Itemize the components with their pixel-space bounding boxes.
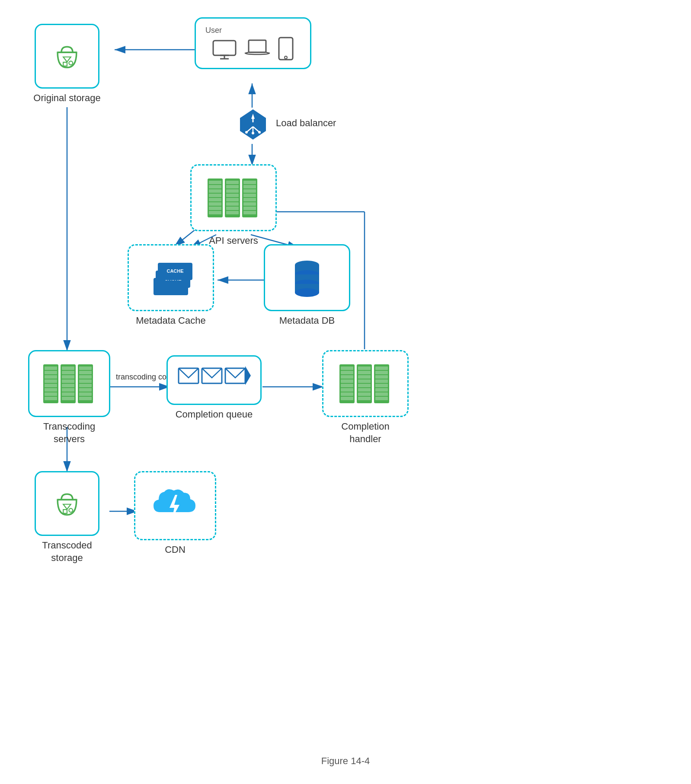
svg-rect-125 (375, 367, 388, 370)
svg-rect-128 (375, 379, 388, 383)
svg-rect-77 (45, 371, 57, 374)
svg-rect-108 (341, 371, 353, 374)
metadata-cache-icon: CACHE CACHE CACHE (145, 256, 197, 300)
svg-rect-130 (375, 388, 388, 392)
completion-handler-label: Completion handler (341, 421, 389, 445)
svg-point-33 (258, 131, 261, 134)
user-label: User (201, 26, 305, 35)
metadata-db-label: Metadata DB (279, 315, 335, 327)
svg-rect-50 (226, 202, 239, 206)
svg-rect-85 (62, 367, 74, 370)
svg-rect-119 (358, 379, 371, 383)
svg-marker-105 (245, 366, 251, 385)
svg-rect-97 (79, 379, 92, 383)
cdn-icon (151, 484, 199, 527)
svg-text:CACHE: CACHE (166, 268, 183, 274)
svg-rect-129 (375, 384, 388, 387)
svg-rect-121 (358, 388, 371, 392)
transcoding-servers-node: Transcoding servers (24, 350, 115, 445)
svg-rect-98 (79, 384, 92, 387)
svg-rect-45 (226, 181, 239, 184)
svg-rect-135 (63, 510, 67, 513)
svg-rect-37 (209, 185, 221, 188)
transcoding-servers-label: Transcoding servers (43, 421, 95, 445)
transcoded-storage-icon (52, 488, 82, 519)
svg-rect-51 (226, 207, 239, 210)
svg-point-74 (295, 288, 319, 297)
svg-rect-95 (79, 371, 92, 374)
svg-rect-76 (45, 367, 57, 370)
svg-rect-107 (341, 367, 353, 370)
tv-icon (211, 38, 237, 60)
svg-rect-47 (226, 189, 239, 193)
svg-rect-112 (341, 388, 353, 392)
completion-queue-label: Completion queue (176, 408, 253, 421)
metadata-db-node: Metadata DB (259, 244, 355, 327)
svg-rect-96 (79, 375, 92, 379)
svg-rect-38 (209, 189, 221, 193)
svg-rect-91 (62, 392, 74, 396)
svg-rect-19 (213, 41, 236, 55)
svg-rect-41 (209, 202, 221, 206)
tablet-icon (277, 37, 294, 61)
cdn-label: CDN (165, 544, 186, 556)
transcoding-servers-icon (41, 362, 97, 405)
svg-rect-49 (226, 198, 239, 201)
completion-handler-icon (337, 362, 393, 405)
completion-queue-icon (175, 364, 253, 396)
svg-rect-46 (226, 185, 239, 188)
svg-point-18 (69, 61, 73, 65)
svg-point-32 (252, 132, 254, 134)
diagram-container: Original storage User (0, 0, 691, 784)
svg-rect-23 (249, 40, 266, 52)
svg-rect-88 (62, 379, 74, 383)
metadata-cache-node: CACHE CACHE CACHE Metadata Cache (123, 244, 218, 327)
svg-rect-56 (243, 189, 256, 193)
svg-rect-87 (62, 375, 74, 379)
svg-rect-90 (62, 388, 74, 392)
bucket-icon (52, 41, 82, 71)
svg-rect-58 (243, 198, 256, 201)
svg-rect-79 (45, 379, 57, 383)
svg-rect-17 (63, 62, 67, 66)
svg-rect-127 (375, 375, 388, 379)
svg-rect-60 (243, 207, 256, 210)
laptop-icon (244, 38, 270, 60)
svg-rect-114 (341, 397, 353, 400)
figure-caption: Figure 14-4 (321, 755, 370, 767)
svg-rect-126 (375, 371, 388, 374)
svg-rect-111 (341, 384, 353, 387)
svg-rect-54 (243, 181, 256, 184)
load-balancer-node (234, 107, 272, 142)
svg-rect-89 (62, 384, 74, 387)
svg-rect-109 (341, 375, 353, 379)
transcoded-storage-label: Transcoded storage (42, 539, 92, 564)
svg-rect-48 (226, 194, 239, 197)
completion-queue-node: Completion queue (162, 355, 266, 421)
svg-rect-120 (358, 384, 371, 387)
svg-rect-57 (243, 194, 256, 197)
svg-rect-117 (358, 371, 371, 374)
svg-rect-83 (45, 397, 57, 400)
load-balancer-label: Load balancer (276, 118, 336, 129)
svg-rect-118 (358, 375, 371, 379)
svg-rect-81 (45, 388, 57, 392)
metadata-cache-label: Metadata Cache (136, 315, 205, 327)
svg-rect-86 (62, 371, 74, 374)
svg-rect-52 (226, 211, 239, 214)
svg-rect-123 (358, 397, 371, 400)
completion-handler-node: Completion handler (318, 350, 413, 445)
transcoded-storage-node: Transcoded storage (26, 471, 108, 564)
cdn-node: CDN (130, 471, 221, 556)
svg-point-136 (69, 508, 73, 512)
svg-rect-122 (358, 392, 371, 396)
svg-rect-43 (209, 211, 221, 214)
svg-rect-61 (243, 211, 256, 214)
svg-rect-36 (209, 181, 221, 184)
svg-rect-80 (45, 384, 57, 387)
svg-rect-101 (79, 397, 92, 400)
api-servers-icon (205, 176, 262, 220)
user-node: User (190, 17, 316, 69)
svg-rect-42 (209, 207, 221, 210)
svg-rect-100 (79, 392, 92, 396)
